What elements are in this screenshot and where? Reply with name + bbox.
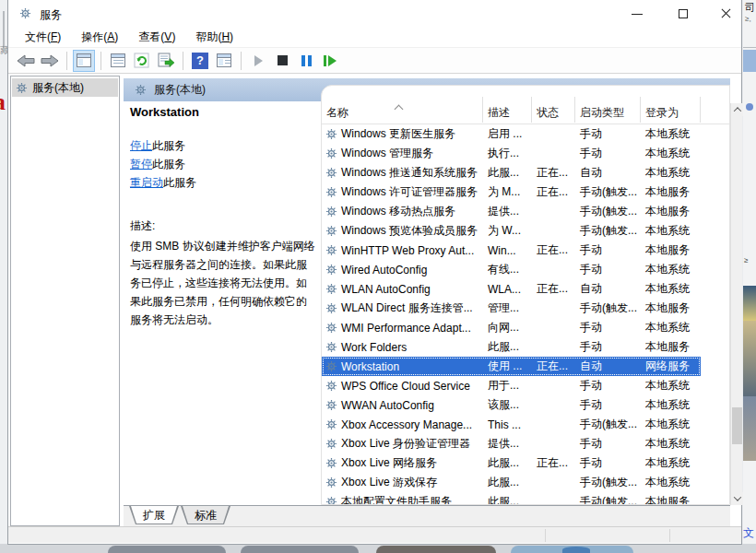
taskbar-button[interactable] (108, 546, 226, 553)
toolbar: ? (8, 48, 741, 74)
back-button[interactable] (15, 50, 37, 72)
toolbar-separator (183, 52, 183, 70)
start-service-button[interactable] (247, 50, 269, 72)
column-header[interactable]: 名称 (322, 101, 483, 124)
cell-logon: 本地服务 (641, 184, 701, 200)
menu-mnemonic: A (107, 30, 114, 43)
pause-service-button[interactable] (295, 50, 317, 72)
help-button[interactable]: ? (189, 50, 211, 72)
action-link-word[interactable]: 暂停 (130, 158, 152, 171)
table-row[interactable]: Xbox Accessory Manage...This ...手动(触发...… (322, 415, 701, 434)
show-console-tree-button[interactable] (73, 50, 95, 72)
table-row[interactable]: Windows 管理服务执行...手动本地系统 (322, 144, 701, 163)
cell-desc: 为 M... (483, 184, 532, 200)
close-button[interactable] (707, 0, 744, 28)
title-bar[interactable]: 服务 (8, 0, 741, 28)
menu-item-f[interactable]: 文件(F) (25, 29, 61, 45)
table-row[interactable]: Windows 许可证管理器服务为 M...正在...手动(触发...本地服务 (322, 182, 701, 202)
table-row[interactable]: Xbox Live 身份验证管理器提供...手动本地系统 (322, 434, 701, 453)
pane-header-label: 服务(本地) (154, 82, 206, 98)
service-name: Xbox Accessory Manage... (341, 418, 472, 431)
cell-startup: 手动(触发... (575, 417, 641, 432)
table-row[interactable]: 本地配置文件助手服务此服...手动(触发...本地服务 (322, 492, 701, 505)
export-list-button[interactable] (155, 50, 177, 72)
taskbar-button[interactable] (241, 546, 359, 553)
vertical-scrollbar[interactable] (730, 103, 742, 505)
cell-status: 正在... (532, 165, 575, 181)
table-row[interactable]: WWAN AutoConfig该服...手动本地系统 (322, 395, 701, 415)
services-window: 服务 文件(F)操作(A)查看(V)帮助(H) (7, 0, 742, 545)
services-gear-icon (19, 7, 31, 19)
action-link-word[interactable]: 停止 (130, 139, 152, 152)
table-row[interactable]: WPS Office Cloud Service用于...手动本地系统 (322, 376, 701, 395)
forward-button[interactable] (39, 50, 61, 72)
service-gear-icon (325, 264, 337, 276)
service-action-link[interactable]: 暂停此服务 (130, 155, 196, 173)
column-header-label: 登录为 (645, 106, 679, 119)
scroll-up-button[interactable] (731, 103, 743, 116)
table-row[interactable]: Windows 预览体验成员服务为 W...手动(触发...本地系统 (322, 221, 701, 241)
table-row[interactable]: Windows 推送通知系统服务此服...正在...自动本地系统 (322, 163, 701, 182)
table-row[interactable]: WLAN AutoConfigWLA...正在...自动本地系统 (322, 279, 701, 299)
cell-startup: 手动 (575, 320, 641, 335)
scroll-down-button[interactable] (731, 492, 743, 505)
table-row[interactable]: WLAN Direct 服务连接管...管理...手动(触发...本地服务 (322, 299, 701, 318)
tree-item-services-local[interactable]: 服务(本地) (12, 78, 118, 97)
cell-name: Wired AutoConfig (322, 264, 483, 276)
table-row[interactable]: Windows 更新医生服务启用 ...手动本地系统 (322, 124, 701, 144)
back-arrow-icon (17, 54, 35, 67)
toolbar-separator (100, 52, 101, 70)
service-action-link[interactable]: 停止此服务 (130, 136, 196, 155)
table-row[interactable]: Wired AutoConfig有线...手动本地系统 (322, 260, 701, 279)
refresh-button[interactable] (131, 50, 153, 72)
table-row[interactable]: WinHTTP Web Proxy Aut...Win...正在...手动本地服… (322, 241, 701, 260)
maximize-button[interactable] (665, 0, 702, 28)
column-header[interactable]: 描述 (483, 101, 532, 124)
menu-item-v[interactable]: 查看(V) (138, 29, 175, 45)
stop-service-button[interactable] (271, 50, 293, 72)
menu-bar: 文件(F)操作(A)查看(V)帮助(H) (8, 28, 741, 48)
view-tab-label: 标准 (182, 506, 230, 524)
service-name: 本地配置文件助手服务 (341, 494, 452, 505)
table-row[interactable]: Workstation使用 ...正在...自动网络服务 (322, 357, 701, 376)
restart-service-button[interactable] (319, 50, 341, 72)
column-header[interactable]: 启动类型 (575, 101, 641, 124)
table-row[interactable]: WMI Performance Adapt...向网...手动本地系统 (322, 318, 701, 337)
cell-startup: 手动 (575, 262, 641, 277)
desktop-right-strip (743, 0, 756, 553)
table-row[interactable]: Xbox Live 网络服务此服...正在...手动本地系统 (322, 453, 701, 473)
cell-name: 本地配置文件助手服务 (322, 494, 483, 505)
cell-desc: Win... (483, 244, 532, 257)
export-list-icon (158, 53, 174, 68)
view-tab-extended[interactable]: 扩展 (129, 506, 179, 524)
service-gear-icon (325, 457, 337, 469)
action-link-word[interactable]: 重启动 (130, 176, 163, 189)
service-name: Windows 管理服务 (341, 146, 433, 161)
work-area: 服务(本地) 服务(本地) Workstation 停止此服务暂停此服务重启动此… (8, 74, 741, 526)
status-bar (8, 526, 741, 543)
table-row[interactable]: Work Folders此服...手动本地服务 (322, 337, 701, 357)
scrollbar-thumb[interactable] (732, 407, 742, 444)
cell-startup: 手动 (575, 126, 641, 142)
service-gear-icon (325, 360, 337, 372)
show-window-button[interactable] (213, 50, 235, 72)
service-action-link[interactable]: 重启动此服务 (130, 173, 196, 192)
table-row[interactable]: Xbox Live 游戏保存此服...手动(触发...本地系统 (322, 473, 701, 492)
properties-button[interactable] (107, 50, 129, 72)
view-tab-standard[interactable]: 标准 (181, 506, 230, 524)
minimize-button[interactable] (619, 0, 656, 28)
window-title: 服务 (40, 7, 62, 23)
desktop-text-fragment: a (0, 88, 6, 116)
cell-logon: 本地系统 (641, 436, 701, 452)
service-name: Windows 预览体验成员服务 (341, 223, 478, 239)
table-row[interactable]: Windows 移动热点服务提供...手动(触发...本地服务 (322, 202, 701, 221)
column-header[interactable]: 登录为 (641, 101, 701, 124)
menu-mnemonic: H (221, 30, 230, 43)
service-gear-icon (325, 244, 337, 256)
taskbar-button[interactable] (376, 546, 496, 553)
column-header[interactable]: 状态 (532, 101, 575, 124)
menu-item-h[interactable]: 帮助(H) (195, 29, 233, 45)
menu-item-a[interactable]: 操作(A) (81, 29, 118, 45)
cell-startup: 自动 (575, 165, 641, 181)
service-name: WLAN AutoConfig (341, 283, 431, 296)
